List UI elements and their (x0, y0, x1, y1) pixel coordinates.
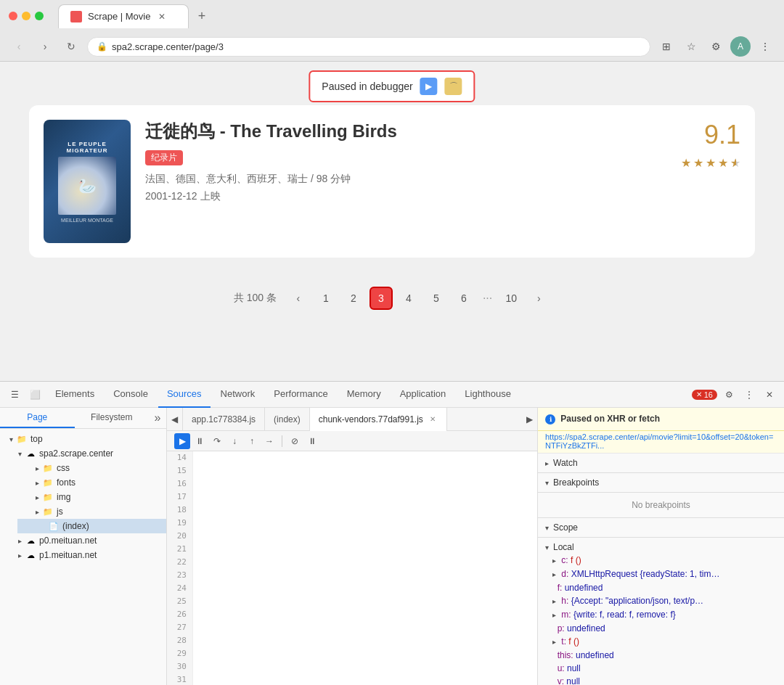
code-tab-index[interactable]: (index) (265, 408, 310, 431)
menu-icon[interactable]: ⋮ (755, 36, 775, 57)
bookmark-icon[interactable]: ☆ (681, 36, 701, 57)
fullscreen-button[interactable] (35, 12, 44, 20)
tree-chevron-fonts: ▸ (32, 477, 42, 488)
sidebar-tab-more[interactable]: » (149, 408, 166, 428)
deactivate-breakpoints-btn[interactable]: ⊘ (287, 433, 303, 449)
folder-css-icon: 📁 (42, 462, 54, 474)
folder-icon: 📁 (16, 433, 28, 445)
next-page-button[interactable]: › (527, 287, 550, 310)
tree-chevron-p0: ▸ (15, 536, 25, 546)
scope-m-arrow: ▸ (552, 611, 556, 619)
tree-folder-fonts[interactable]: ▸ 📁 fonts (17, 475, 166, 490)
tab-performance[interactable]: Performance (265, 382, 336, 408)
translate-icon[interactable]: ⊞ (656, 36, 677, 57)
breakpoints-section-header[interactable]: ▾ Breakpoints (538, 473, 784, 493)
browser-tab[interactable]: Scrape | Movie ✕ (58, 4, 189, 28)
page-4-button[interactable]: 4 (397, 287, 420, 310)
tree-folder-js[interactable]: ▸ 📁 js (17, 504, 166, 519)
code-line-22 (199, 556, 531, 569)
scope-t-arrow: ▸ (552, 638, 556, 646)
code-line-19 (199, 517, 531, 530)
resume-button[interactable]: ▶ (420, 78, 438, 95)
code-nav-left[interactable]: ◀ (171, 414, 178, 424)
code-line-17 (199, 491, 531, 504)
url-bar[interactable]: 🔒 spa2.scrape.center/page/3 (87, 37, 650, 57)
pause-exceptions-btn[interactable]: ⏸ (304, 433, 320, 449)
tab-lighthouse[interactable]: Lighthouse (456, 382, 520, 408)
code-line-25 (199, 595, 531, 608)
tree-origin-p1[interactable]: ▸ ☁ p1.meituan.net (9, 548, 166, 562)
local-title: Local (553, 542, 574, 552)
code-tab-app[interactable]: app.1c778384.js (183, 408, 265, 431)
scope-var-h[interactable]: ▸ h: {Accept: "application/json, text/p… (552, 594, 777, 608)
forward-button[interactable]: › (35, 36, 55, 57)
no-breakpoints-msg: No breakpoints (545, 497, 777, 513)
tree-children-top: ▾ ☁ spa2.scrape.center ▸ 📁 css ▸ 📁 (0, 446, 166, 562)
pause-btn[interactable]: ⏸ (192, 433, 208, 449)
devtools-inspect-btn[interactable]: ⬜ (26, 386, 44, 403)
close-button[interactable] (9, 12, 17, 20)
page-5-button[interactable]: 5 (425, 287, 448, 310)
resume-script-btn[interactable]: ▶ (174, 433, 190, 449)
sidebar-tab-filesystem[interactable]: Filesystem (75, 408, 150, 428)
avatar[interactable]: A (730, 36, 751, 57)
scope-var-t[interactable]: ▸ t: f () (552, 635, 777, 649)
sep1 (282, 435, 282, 447)
scope-var-m[interactable]: ▸ m: {write: f, read: f, remove: f} (552, 608, 777, 622)
page-10-button[interactable]: 10 (499, 287, 523, 310)
code-tab-vendors-close[interactable]: ✕ (428, 414, 438, 424)
info-icon: ℹ (545, 414, 555, 424)
scope-var-c[interactable]: ▸ c: f () (552, 554, 777, 567)
page-1-button[interactable]: 1 (314, 287, 338, 310)
code-nav-right[interactable]: ▶ (526, 414, 533, 424)
code-tab-vendors[interactable]: chunk-vendors.77daf991.js ✕ (310, 408, 447, 431)
tab-bar: Scrape | Movie ✕ + (49, 4, 221, 28)
code-line-18 (199, 504, 531, 517)
tree-file-index[interactable]: 📄 (index) (17, 519, 166, 533)
page-2-button[interactable]: 2 (342, 287, 365, 310)
extensions-icon[interactable]: ⚙ (706, 36, 726, 57)
tab-close-button[interactable]: ✕ (156, 11, 168, 22)
tree-folder-img[interactable]: ▸ 📁 img (17, 490, 166, 504)
back-button[interactable]: ‹ (9, 36, 29, 57)
page-6-button[interactable]: 6 (452, 287, 475, 310)
debugger-banner: Paused in debugger ▶ ⌒ (309, 70, 475, 102)
devtools-close-btn[interactable]: ✕ (761, 386, 778, 403)
refresh-button[interactable]: ↻ (61, 36, 81, 57)
tab-application[interactable]: Application (391, 382, 455, 408)
prev-page-button[interactable]: ‹ (287, 287, 310, 310)
step-btn[interactable]: → (261, 433, 277, 449)
step-out-btn[interactable]: ↑ (244, 433, 260, 449)
paused-url[interactable]: https://spa2.scrape.center/api/movie?lim… (538, 431, 784, 454)
step-over-btn[interactable]: ↷ (209, 433, 225, 449)
scope-var-d[interactable]: ▸ d: XMLHttpRequest {readyState: 1, tim… (552, 567, 777, 581)
page-3-button[interactable]: 3 (369, 287, 393, 310)
tab-elements[interactable]: Elements (46, 382, 103, 408)
folder-img-icon: 📁 (42, 491, 54, 503)
tree-top[interactable]: ▾ 📁 top (0, 432, 166, 446)
devtools-more-btn[interactable]: ⋮ (740, 386, 758, 403)
stepover-button[interactable]: ⌒ (445, 78, 462, 95)
sidebar-tab-page[interactable]: Page (0, 408, 75, 428)
devtools-settings-btn[interactable]: ⚙ (720, 386, 738, 403)
tree-origin-spa2[interactable]: ▾ ☁ spa2.scrape.center (9, 446, 166, 461)
local-section-header[interactable]: ▾ Local (545, 541, 777, 554)
tab-memory[interactable]: Memory (338, 382, 390, 408)
minimize-button[interactable] (22, 12, 30, 20)
devtools-device-toggle[interactable]: ☰ (6, 386, 23, 403)
step-into-btn[interactable]: ↓ (226, 433, 242, 449)
tab-console[interactable]: Console (105, 382, 157, 408)
tree-origin-p0[interactable]: ▸ ☁ p0.meituan.net (9, 533, 166, 548)
scope-section-header[interactable]: ▾ Scope (538, 518, 784, 538)
tree-chevron-p1: ▸ (15, 550, 25, 560)
paused-header: Paused on XHR or fetch (560, 414, 660, 424)
star-1: ★ (681, 156, 691, 170)
error-badge[interactable]: ✕ 16 (692, 390, 717, 400)
new-tab-button[interactable]: + (192, 6, 212, 26)
tab-network[interactable]: Network (212, 382, 264, 408)
tree-folder-css[interactable]: ▸ 📁 css (17, 461, 166, 475)
tab-sources[interactable]: Sources (158, 382, 211, 408)
toolbar-right: ⊞ ☆ ⚙ A ⋮ (656, 36, 775, 57)
debugger-controls: ▶ ⏸ ↷ ↓ ↑ → ⊘ ⏸ (173, 433, 322, 449)
watch-section-header[interactable]: ▸ Watch (538, 454, 784, 473)
